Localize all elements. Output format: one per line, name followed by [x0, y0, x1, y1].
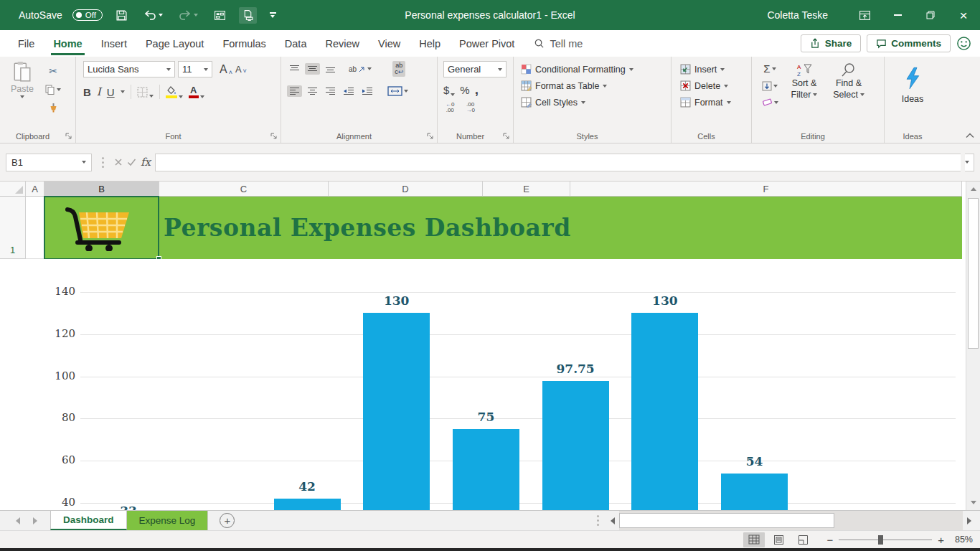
- zoom-slider[interactable]: [839, 540, 932, 540]
- copy-button[interactable]: [43, 83, 63, 96]
- increase-font-button[interactable]: A˄: [220, 63, 232, 76]
- autosave-toggle[interactable]: Off: [72, 9, 103, 21]
- chart-bar[interactable]: [631, 313, 698, 510]
- decrease-font-button[interactable]: A˅: [235, 64, 247, 75]
- tab-home[interactable]: Home: [44, 32, 91, 55]
- feedback-button[interactable]: [956, 36, 971, 51]
- page-break-preview-button[interactable]: [792, 532, 814, 547]
- select-all-button[interactable]: [0, 182, 26, 197]
- horizontal-scroll-track[interactable]: [619, 511, 963, 530]
- horizontal-scroll-thumb[interactable]: [619, 513, 834, 528]
- fill-color-button[interactable]: [166, 86, 183, 98]
- close-button[interactable]: ×: [947, 0, 980, 30]
- align-center-button[interactable]: [305, 85, 320, 97]
- wrap-text-button[interactable]: abc↩: [392, 61, 405, 77]
- new-sheet-button[interactable]: +: [220, 513, 235, 528]
- insert-function-button[interactable]: fx: [141, 156, 151, 169]
- save-button[interactable]: [113, 7, 131, 24]
- comma-style-button[interactable]: ,: [475, 82, 479, 98]
- cell-styles-button[interactable]: Cell Styles: [519, 94, 587, 110]
- scroll-right-button[interactable]: [963, 511, 976, 530]
- font-dialog-launcher[interactable]: [270, 133, 278, 140]
- clipboard-dialog-launcher[interactable]: [65, 133, 72, 140]
- number-format-select[interactable]: General: [443, 61, 507, 77]
- decrease-indent-button[interactable]: [341, 85, 357, 97]
- delete-cells-button[interactable]: Delete: [679, 77, 730, 94]
- enter-entry-button[interactable]: [127, 158, 136, 166]
- decrease-decimal-button[interactable]: .00→0: [463, 100, 476, 115]
- tell-me-box[interactable]: Tell me: [524, 38, 593, 50]
- font-color-button[interactable]: A: [189, 86, 204, 98]
- column-header-c[interactable]: C: [159, 182, 329, 197]
- next-sheet-button[interactable]: [33, 517, 37, 524]
- redo-button[interactable]: [176, 7, 201, 23]
- expand-formula-bar-button[interactable]: [965, 154, 974, 171]
- ideas-button[interactable]: Ideas: [885, 61, 941, 104]
- cut-button[interactable]: ✂: [43, 64, 63, 78]
- borders-button[interactable]: [137, 87, 154, 98]
- tab-data[interactable]: Data: [275, 32, 316, 55]
- previous-sheet-button[interactable]: [16, 517, 20, 524]
- normal-view-button[interactable]: [743, 532, 765, 547]
- tab-formulas[interactable]: Formulas: [213, 32, 275, 55]
- ribbon-display-options-button[interactable]: [848, 0, 881, 30]
- zoom-in-button[interactable]: +: [938, 534, 944, 546]
- number-dialog-launcher[interactable]: [503, 133, 510, 140]
- zoom-slider-handle[interactable]: [878, 535, 883, 545]
- chart-bar[interactable]: [721, 474, 788, 510]
- cancel-entry-button[interactable]: [114, 158, 123, 166]
- align-right-button[interactable]: [323, 85, 338, 97]
- sheet-tab-expense-log[interactable]: Expense Log: [127, 511, 209, 530]
- column-header-d[interactable]: D: [329, 182, 483, 197]
- font-size-select[interactable]: 11: [178, 61, 212, 77]
- clear-button[interactable]: [758, 96, 782, 108]
- name-box[interactable]: B1: [6, 154, 92, 171]
- align-top-button[interactable]: [287, 63, 302, 75]
- autosum-button[interactable]: Σ: [758, 61, 782, 76]
- increase-decimal-button[interactable]: ←0.00: [443, 100, 456, 115]
- column-header-e[interactable]: E: [483, 182, 570, 197]
- accounting-format-button[interactable]: $: [443, 84, 455, 96]
- align-left-button[interactable]: [287, 85, 302, 97]
- tab-review[interactable]: Review: [316, 32, 369, 55]
- share-button[interactable]: Share: [801, 34, 862, 52]
- percent-style-button[interactable]: %: [460, 84, 469, 96]
- tab-page-layout[interactable]: Page Layout: [136, 32, 213, 55]
- dashboard-banner[interactable]: Personal Expenses Dashboard: [44, 197, 962, 259]
- tab-scroll-splitter[interactable]: [597, 519, 599, 522]
- bar-chart[interactable]: 140120100806040421307597.751305433: [0, 259, 962, 510]
- italic-button[interactable]: I: [97, 85, 101, 98]
- column-header-f[interactable]: F: [570, 182, 962, 197]
- zoom-level[interactable]: 85%: [947, 534, 973, 545]
- page-layout-view-button[interactable]: [768, 532, 789, 547]
- orientation-button[interactable]: ab: [347, 64, 374, 75]
- conditional-formatting-button[interactable]: Conditional Formatting: [519, 61, 635, 77]
- fill-button[interactable]: [758, 80, 782, 93]
- vertical-scrollbar[interactable]: [966, 182, 980, 510]
- format-as-table-button[interactable]: Format as Table: [519, 77, 608, 94]
- horizontal-scrollbar[interactable]: [606, 511, 976, 530]
- zoom-out-button[interactable]: −: [826, 534, 833, 546]
- print-preview-button[interactable]: [239, 7, 257, 24]
- tab-insert[interactable]: Insert: [92, 32, 136, 55]
- minimize-button[interactable]: [881, 0, 914, 30]
- underline-button[interactable]: U: [107, 86, 115, 98]
- format-cells-button[interactable]: Format: [679, 94, 732, 110]
- cell-a1[interactable]: [26, 197, 44, 259]
- insert-cells-button[interactable]: Insert: [679, 61, 726, 77]
- scroll-down-button[interactable]: [966, 495, 980, 510]
- form-button[interactable]: [211, 7, 229, 24]
- paste-button[interactable]: Paste: [6, 61, 39, 98]
- row-header-1[interactable]: 1: [0, 197, 26, 259]
- find-select-button[interactable]: Find & Select: [826, 61, 871, 143]
- tab-file[interactable]: File: [9, 32, 44, 55]
- chart-bar[interactable]: [542, 381, 609, 510]
- merge-center-button[interactable]: [385, 85, 410, 98]
- comments-button[interactable]: Comments: [867, 34, 951, 52]
- tab-view[interactable]: View: [369, 32, 410, 55]
- tab-power-pivot[interactable]: Power Pivot: [450, 32, 524, 55]
- chart-bar[interactable]: [363, 313, 430, 510]
- align-bottom-button[interactable]: [323, 63, 338, 75]
- chart-bar[interactable]: [274, 499, 341, 510]
- column-header-a[interactable]: A: [26, 182, 44, 197]
